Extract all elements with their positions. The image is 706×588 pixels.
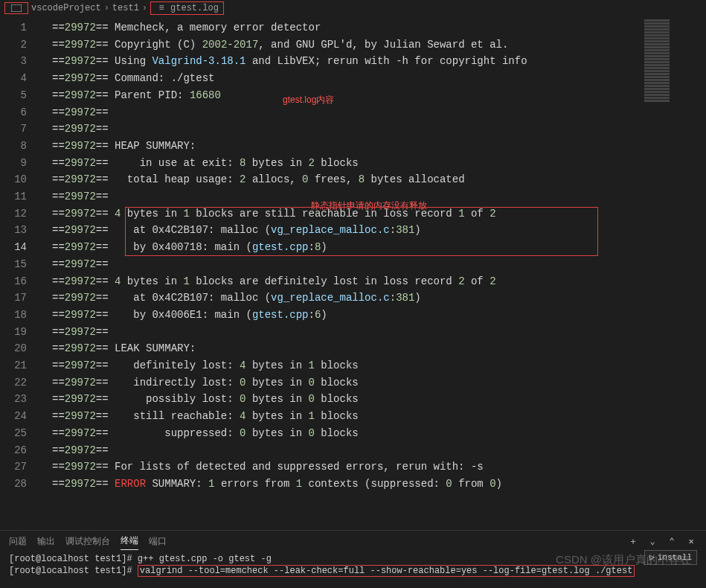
code-line: ==29972== [52, 256, 639, 273]
code-line: ==29972== indirectly lost: 0 bytes in 0 … [52, 374, 639, 392]
code-line: ==29972== Using Valgrind-3.18.1 and LibV… [52, 53, 639, 70]
code-line: ==29972== at 0x4C2B107: malloc (vg_repla… [52, 222, 639, 239]
code-line: ==29972== ERROR SUMMARY: 1 errors from 1… [52, 476, 639, 493]
code-line: ==29972== in use at exit: 8 bytes in 2 b… [52, 155, 639, 172]
panel-tabs: 问题 输出 调试控制台 终端 端口 ＋ ⌄ ⌃ ✕ [0, 531, 706, 552]
line-number: 28 [0, 476, 37, 493]
tab-ports[interactable]: 端口 [149, 533, 167, 550]
line-number: 14 [0, 239, 37, 256]
code-line: ==29972== Memcheck, a memory error detec… [52, 19, 639, 36]
line-number-gutter: 1234567891011121314151617181920212223242… [0, 19, 37, 493]
close-icon[interactable]: ✕ [685, 536, 697, 547]
code-line: ==29972== by 0x4006E1: main (gtest.cpp:6… [52, 307, 639, 324]
code-line: ==29972== LEAK SUMMARY: [52, 340, 639, 357]
code-line: ==29972== [52, 188, 639, 205]
line-number: 25 [0, 425, 37, 442]
line-number: 2 [0, 36, 37, 54]
line-number: 20 [0, 340, 37, 357]
line-number: 13 [0, 222, 37, 239]
line-number: 16 [0, 273, 37, 290]
line-number: 12 [0, 205, 37, 223]
code-line: ==29972== [52, 442, 639, 459]
code-line: ==29972== still reachable: 4 bytes in 1 … [52, 408, 639, 425]
minimap[interactable] [643, 16, 706, 530]
breadcrumb-file[interactable]: ≡ gtest.log [150, 1, 224, 15]
code-line: ==29972== definitely lost: 4 bytes in 1 … [52, 357, 639, 374]
line-number: 22 [0, 374, 37, 392]
code-line: ==29972== [52, 324, 639, 341]
chevron-down-icon[interactable]: ⌄ [646, 536, 658, 547]
line-number: 7 [0, 121, 37, 138]
line-number: 17 [0, 290, 37, 307]
code-line: ==29972== by 0x400718: main (gtest.cpp:8… [52, 239, 639, 256]
line-number: 10 [0, 171, 37, 188]
code-line: ==29972== [52, 104, 639, 121]
code-line: ==29972== Copyright (C) 2002-2017, and G… [52, 36, 639, 54]
install-button[interactable]: ▷ install [644, 550, 697, 565]
breadcrumb: vscodeProject › test1 › ≡ gtest.log [0, 0, 706, 16]
code-line: ==29972== HEAP SUMMARY: [52, 138, 639, 155]
highlighted-command: valgrind --tool=memcheck --leak-check=fu… [138, 565, 635, 577]
line-number: 8 [0, 138, 37, 155]
breadcrumb-part[interactable]: test1 [112, 3, 139, 13]
code-line: ==29972== [52, 121, 639, 138]
line-number: 27 [0, 458, 37, 476]
code-line: ==29972== 4 bytes in 1 blocks are defini… [52, 273, 639, 290]
code-line: ==29972== possibly lost: 0 bytes in 0 bl… [52, 391, 639, 408]
chevron-right-icon: › [142, 3, 147, 13]
tab-terminal[interactable]: 终端 [121, 532, 138, 550]
line-number: 9 [0, 155, 37, 172]
new-terminal-icon[interactable]: ＋ [627, 535, 639, 548]
play-icon: ▷ [649, 552, 655, 563]
line-number: 21 [0, 357, 37, 374]
install-label: install [658, 552, 692, 563]
tab-debug-console[interactable]: 调试控制台 [65, 533, 110, 550]
explorer-icon[interactable] [4, 2, 28, 14]
maximize-icon[interactable]: ⌃ [666, 536, 678, 547]
code-line: ==29972== Parent PID: 16680 [52, 87, 639, 104]
line-number: 1 [0, 19, 37, 36]
code-view[interactable]: ==29972== Memcheck, a memory error detec… [52, 19, 639, 493]
bottom-panel: 问题 输出 调试控制台 终端 端口 ＋ ⌄ ⌃ ✕ ▷ install [roo… [0, 530, 706, 588]
line-number: 5 [0, 87, 37, 104]
breadcrumb-file-label: gtest.log [170, 3, 219, 13]
code-line: ==29972== at 0x4C2B107: malloc (vg_repla… [52, 290, 639, 307]
line-number: 23 [0, 391, 37, 408]
code-line: ==29972== 4 bytes in 1 blocks are still … [52, 205, 639, 223]
tab-output[interactable]: 输出 [37, 533, 55, 550]
line-number: 26 [0, 442, 37, 459]
terminal-body[interactable]: ▷ install [root@localhost test1]# g++ gt… [0, 552, 706, 578]
editor[interactable]: 1234567891011121314151617181920212223242… [0, 16, 706, 530]
line-number: 24 [0, 408, 37, 425]
file-icon: ≡ [155, 3, 167, 13]
code-line: ==29972== suppressed: 0 bytes in 0 block… [52, 425, 639, 442]
line-number: 6 [0, 104, 37, 121]
line-number: 19 [0, 324, 37, 341]
tab-problems[interactable]: 问题 [9, 533, 27, 550]
line-number: 4 [0, 70, 37, 87]
line-number: 15 [0, 256, 37, 273]
line-number: 3 [0, 53, 37, 70]
terminal-line: [root@localhost test1]# valgrind --tool=… [9, 565, 697, 577]
terminal-line: [root@localhost test1]# g++ gtest.cpp -o… [9, 553, 697, 565]
code-line: ==29972== Command: ./gtest [52, 70, 639, 87]
code-line: ==29972== For lists of detected and supp… [52, 458, 639, 476]
line-number: 18 [0, 307, 37, 324]
code-line: ==29972== total heap usage: 2 allocs, 0 … [52, 171, 639, 188]
svg-rect-0 [11, 4, 22, 12]
breadcrumb-part[interactable]: vscodeProject [31, 3, 101, 13]
chevron-right-icon: › [104, 3, 109, 13]
line-number: 11 [0, 188, 37, 205]
